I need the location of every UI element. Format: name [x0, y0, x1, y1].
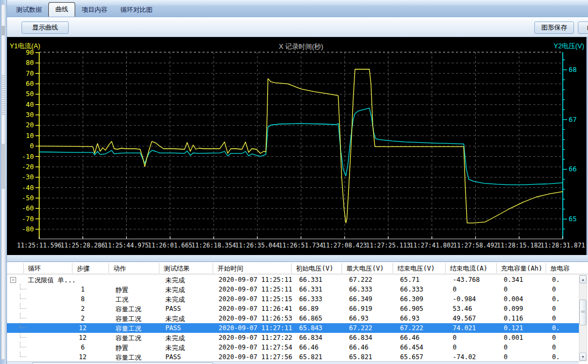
table-cell: 49.567	[453, 315, 500, 322]
table-cell: 容量工况	[115, 305, 163, 314]
table-cell: 0	[552, 344, 578, 351]
tree-collapse-icon[interactable]: −	[10, 277, 16, 283]
table-cell: 未完成	[165, 286, 216, 295]
table-cell: 53.46	[453, 305, 500, 312]
tab-test-data[interactable]: 测试数据	[10, 4, 48, 17]
svg-text:X 记录时间(秒): X 记录时间(秒)	[279, 43, 323, 50]
table-cell: 12	[71, 334, 94, 341]
tab-cycle-comparison[interactable]: 循环对比图	[114, 4, 159, 17]
scroll-down-button[interactable]: ▼	[579, 353, 586, 361]
table-cell: 66.834	[349, 334, 396, 341]
table-cell: 0.099	[504, 305, 549, 312]
column-separator	[108, 263, 109, 273]
table-cell: 工况	[115, 295, 163, 304]
table-cell: 0.004	[504, 295, 549, 303]
scroll-up-button[interactable]: ▲	[579, 275, 586, 283]
table-cell: 0.121	[504, 324, 549, 332]
scrollbar-thumb[interactable]	[579, 300, 586, 325]
results-table: 循环步骤动作测试结果开始时间初始电压(V)最大电压(V)结束电压(V)结束电流(…	[7, 261, 588, 364]
table-cell: 静置	[115, 286, 163, 295]
table-cell: 65.821	[299, 353, 346, 361]
table-row[interactable]: 2容量工况未完成2020-09-07 11:26:5366.86566.9366…	[7, 314, 586, 323]
table-cell: -0.984	[453, 295, 500, 303]
svg-text:80: 80	[26, 59, 34, 67]
table-cell: 74.021	[453, 324, 500, 332]
table-cell: 2020-09-07 11:25:11	[219, 286, 295, 293]
tab-project-content[interactable]: 项目内容	[75, 4, 114, 17]
table-cell: 未完成	[165, 276, 216, 285]
table-cell: 65.71	[400, 276, 448, 283]
svg-text:11:28:31.871: 11:28:31.871	[540, 242, 585, 249]
table-row[interactable]: 8工况未完成2020-09-07 11:25:1566.33366.34966.…	[7, 294, 586, 304]
table-row[interactable]: 12容量工况PASS2020-09-07 11:27:1165.84367.22…	[7, 323, 586, 333]
column-separator	[496, 263, 497, 273]
svg-text:68: 68	[569, 65, 577, 74]
svg-text:Y2电压(V): Y2电压(V)	[554, 42, 584, 50]
table-row[interactable]: 12容量工况未完成2020-09-07 11:27:2266.83466.834…	[7, 333, 586, 343]
table-cell: 2020-09-07 11:27:56	[219, 353, 295, 361]
table-header-row: 循环步骤动作测试结果开始时间初始电压(V)最大电压(V)结束电压(V)结束电流(…	[7, 262, 588, 274]
show-curve-button[interactable]: 显示曲线	[21, 21, 69, 34]
table-cell: 未完成	[165, 315, 216, 324]
table-row[interactable]: 12容量工况PASS2020-09-07 11:27:5665.82165.82…	[7, 352, 586, 362]
table-cell: 0	[453, 344, 500, 351]
table-header-cell[interactable]: 开始时间	[217, 264, 243, 273]
table-header-cell[interactable]: 放电容	[550, 264, 570, 273]
table-row[interactable]: 2容量工况PASS2020-09-07 11:26:4166.8966.9196…	[7, 304, 586, 314]
panel-edge-scroll-thumb[interactable]	[2, 144, 5, 189]
table-header-cell[interactable]: 结束电流(A)	[450, 264, 488, 273]
table-header-cell[interactable]: 测试结果	[164, 264, 190, 273]
table-header-cell[interactable]: 结束电压(V)	[397, 264, 435, 273]
table-cell: PASS	[165, 305, 216, 312]
svg-text:30: 30	[26, 111, 34, 119]
table-cell: 2020-09-07 11:27:11	[219, 324, 295, 332]
table-cell: 未完成	[165, 334, 216, 343]
table-cell: 67.222	[349, 276, 396, 283]
table-header-cell[interactable]: 最大电压(V)	[346, 264, 384, 273]
table-cell: -74.02	[453, 353, 500, 361]
table-cell: 67.222	[349, 324, 396, 332]
svg-text:11:25:28.286: 11:25:28.286	[61, 242, 105, 249]
table-cell: 65.657	[400, 353, 448, 361]
table-header-cell[interactable]: 步骤	[77, 264, 90, 273]
tree-branch-line	[20, 294, 26, 299]
svg-text:60: 60	[26, 79, 34, 88]
column-separator	[72, 263, 72, 273]
tab-curve[interactable]: 曲线	[48, 2, 75, 17]
svg-text:Y1电流(A): Y1电流(A)	[10, 42, 40, 50]
table-cell: 6	[71, 344, 94, 351]
table-header-cell[interactable]: 初始电压(V)	[296, 264, 333, 273]
table-cell: 0.001	[504, 334, 549, 341]
svg-text:66: 66	[569, 165, 577, 173]
vertical-scrollbar[interactable]: ▲ ▼	[579, 275, 587, 361]
table-cell: 12	[71, 324, 94, 332]
table-header-cell[interactable]: 充电容量(Ah)	[501, 264, 542, 273]
table-cell: 容量工况	[115, 324, 163, 333]
table-cell: 0.	[552, 276, 578, 283]
table-cell: 65.843	[299, 324, 346, 332]
table-cell: 66.93	[400, 315, 448, 322]
table-cell: 2020-09-07 11:26:41	[219, 305, 295, 312]
table-header-cell[interactable]: 循环	[28, 264, 41, 273]
panel-edge-texture	[2, 75, 5, 115]
svg-text:-50: -50	[21, 194, 34, 202]
table-cell: 67.222	[400, 324, 448, 332]
table-row[interactable]: 6静置未完成2020-09-07 11:27:5466.4666.4666.45…	[7, 343, 586, 352]
panel-separator	[7, 255, 588, 261]
svg-text:0: 0	[30, 142, 34, 150]
svg-text:-40: -40	[21, 184, 34, 192]
svg-text:11:26:01.665: 11:26:01.665	[148, 242, 192, 249]
horizontal-scrollbar[interactable]	[7, 361, 579, 364]
table-cell: 66.89	[299, 305, 346, 312]
table-cell: 容量工况	[115, 334, 163, 343]
curve-settings-button-partial[interactable]: 曲	[578, 21, 588, 34]
table-cell: 0.116	[504, 315, 549, 322]
table-cell: 66.349	[349, 295, 396, 303]
table-cell: 66.834	[299, 334, 346, 341]
table-cell: 65.821	[349, 353, 396, 361]
svg-text:40: 40	[26, 100, 34, 108]
table-row[interactable]: −工况限值 单...未完成2020-09-07 11:25:1166.33167…	[7, 275, 586, 285]
table-header-cell[interactable]: 动作	[113, 264, 126, 273]
table-row[interactable]: 1静置未完成2020-09-07 11:25:1166.33166.33366.…	[7, 285, 586, 294]
save-graphic-button[interactable]: 图形保存	[534, 21, 574, 34]
